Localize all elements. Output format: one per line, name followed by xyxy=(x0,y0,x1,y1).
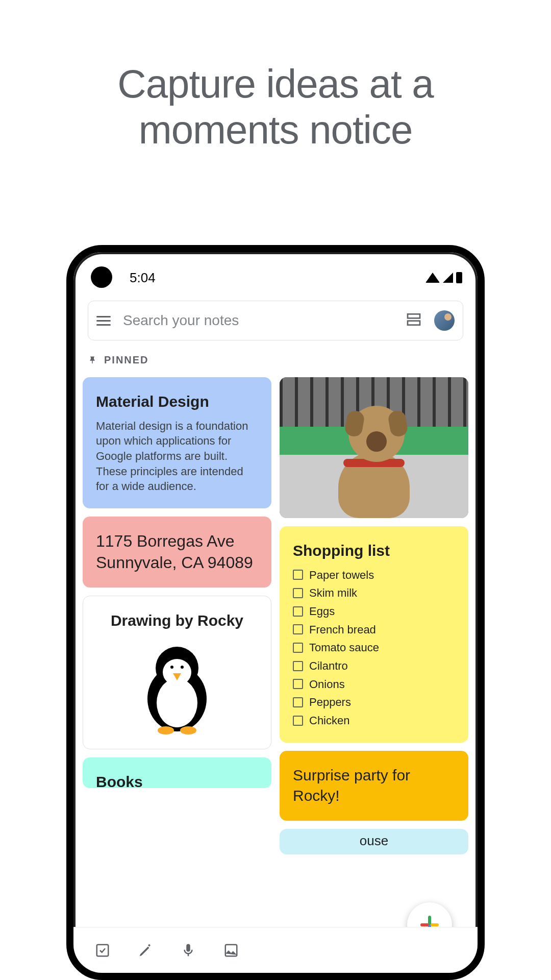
checkbox-icon[interactable] xyxy=(293,716,303,726)
pinned-section-label: PINNED xyxy=(88,354,149,366)
search-input[interactable]: Search your notes xyxy=(123,312,393,329)
checkbox-icon[interactable] xyxy=(293,570,303,580)
checklist-item-label: Peppers xyxy=(309,695,351,710)
svg-point-5 xyxy=(163,659,191,685)
account-avatar[interactable] xyxy=(434,310,455,331)
checkbox-icon[interactable] xyxy=(293,606,303,617)
note-card-partial[interactable]: ouse xyxy=(280,829,468,854)
note-title: Surprise party for Rocky! xyxy=(293,765,455,806)
note-title: 1175 Borregas Ave Sunnyvale, CA 94089 xyxy=(96,531,258,573)
checklist-item[interactable]: Chicken xyxy=(293,713,455,728)
checklist-item[interactable]: Paper towels xyxy=(293,568,455,583)
status-bar: 5:04 xyxy=(73,267,478,288)
checklist-item[interactable]: Eggs xyxy=(293,604,455,619)
note-card-surprise-party[interactable]: Surprise party for Rocky! xyxy=(280,751,468,821)
checklist-item[interactable]: Onions xyxy=(293,677,455,692)
svg-rect-0 xyxy=(408,314,420,318)
bottom-toolbar xyxy=(73,927,478,973)
dog-photo-placeholder xyxy=(280,377,468,518)
checklist: Paper towelsSkim milkEggsFrench breadTom… xyxy=(293,568,455,728)
phone-frame: 5:04 Search your notes PINNED Material D… xyxy=(66,245,485,980)
menu-icon[interactable] xyxy=(96,316,111,326)
svg-point-6 xyxy=(170,666,173,669)
checklist-item-label: Tomato sauce xyxy=(309,640,379,655)
note-card-address[interactable]: 1175 Borregas Ave Sunnyvale, CA 94089 xyxy=(83,517,271,587)
svg-rect-1 xyxy=(408,321,420,325)
note-card-material-design[interactable]: Material Design Material design is a fou… xyxy=(83,377,271,508)
checklist-item[interactable]: Skim milk xyxy=(293,585,455,601)
svg-point-10 xyxy=(180,726,196,734)
new-image-note-icon[interactable] xyxy=(222,942,240,959)
phone-side-button xyxy=(478,518,482,609)
battery-icon xyxy=(456,272,462,283)
svg-point-4 xyxy=(157,678,197,727)
wifi-icon xyxy=(425,273,440,283)
status-icons xyxy=(425,272,462,283)
checklist-item[interactable]: French bread xyxy=(293,622,455,638)
checklist-item-label: Cilantro xyxy=(309,658,348,674)
svg-point-9 xyxy=(158,726,174,734)
svg-point-7 xyxy=(181,666,184,669)
note-card-dog-photo[interactable] xyxy=(280,377,468,518)
checkbox-icon[interactable] xyxy=(293,679,303,689)
note-title: Books xyxy=(96,772,258,788)
note-title: Drawing by Rocky xyxy=(96,610,258,631)
checkbox-icon[interactable] xyxy=(293,643,303,653)
view-toggle-icon[interactable] xyxy=(406,311,422,330)
note-card-books[interactable]: Books xyxy=(83,757,271,788)
new-drawing-icon[interactable] xyxy=(137,942,154,959)
checkbox-icon[interactable] xyxy=(293,588,303,598)
pin-icon xyxy=(88,356,97,365)
checklist-item[interactable]: Peppers xyxy=(293,695,455,710)
new-voice-note-icon[interactable] xyxy=(180,942,197,959)
note-title: Shopping list xyxy=(293,541,455,561)
checklist-item-label: Paper towels xyxy=(309,568,374,583)
notes-grid[interactable]: Material Design Material design is a fou… xyxy=(83,377,468,927)
search-bar[interactable]: Search your notes xyxy=(88,301,463,340)
checklist-item-label: Chicken xyxy=(309,713,349,728)
note-title: Material Design xyxy=(96,391,258,412)
checkbox-icon[interactable] xyxy=(293,661,303,671)
checklist-item-label: French bread xyxy=(309,622,376,638)
phone-side-button xyxy=(478,446,482,497)
note-partial-text: ouse xyxy=(360,833,388,848)
checkbox-icon[interactable] xyxy=(293,624,303,634)
checklist-item-label: Skim milk xyxy=(309,585,357,601)
signal-icon xyxy=(443,273,453,283)
note-body: Material design is a foundation upon whi… xyxy=(96,419,258,494)
svg-rect-11 xyxy=(97,944,109,956)
note-card-shopping-list[interactable]: Shopping list Paper towelsSkim milkEggsF… xyxy=(280,526,468,743)
promo-headline: Capture ideas at a moments notice xyxy=(0,61,551,153)
checkbox-icon[interactable] xyxy=(293,697,303,707)
checklist-item-label: Eggs xyxy=(309,604,335,619)
checklist-item[interactable]: Cilantro xyxy=(293,658,455,674)
drawing-penguin-icon xyxy=(96,638,258,734)
new-checklist-icon[interactable] xyxy=(94,942,111,959)
checklist-item[interactable]: Tomato sauce xyxy=(293,640,455,655)
checklist-item-label: Onions xyxy=(309,677,345,692)
note-card-drawing[interactable]: Drawing by Rocky xyxy=(83,596,271,749)
status-time: 5:04 xyxy=(130,270,156,286)
